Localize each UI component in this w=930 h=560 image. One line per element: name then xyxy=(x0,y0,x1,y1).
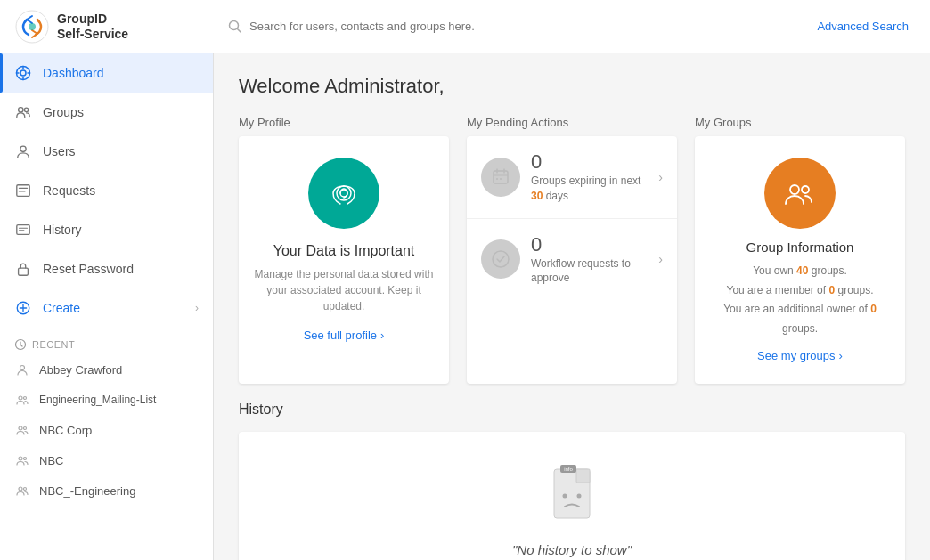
recent-item-label: NBC_-Engineering xyxy=(39,484,135,498)
sidebar-item-label: Groups xyxy=(43,105,84,119)
logo-subtitle: GroupID xyxy=(57,12,128,27)
group-icon xyxy=(14,422,30,438)
users-icon xyxy=(14,142,32,160)
recent-item-label: NBC Corp xyxy=(39,424,92,437)
sidebar-item-label: History xyxy=(43,223,82,237)
svg-text:info: info xyxy=(564,467,573,472)
recent-item-label: NBC xyxy=(39,454,63,467)
recent-item-nbc[interactable]: NBC xyxy=(0,445,213,475)
dashboard-icon xyxy=(14,64,32,82)
expiring-groups-icon xyxy=(481,158,520,197)
groups-avatar xyxy=(764,158,836,229)
svg-point-26 xyxy=(24,397,27,400)
group-icon xyxy=(14,483,30,499)
svg-point-32 xyxy=(24,488,27,491)
profile-card: Your Data is Important Manage the person… xyxy=(239,136,449,384)
my-profile-section-label: My Profile xyxy=(239,116,449,136)
expiring-label: Groups expiring in next 30 days xyxy=(531,174,648,204)
sidebar-item-label: Dashboard xyxy=(43,66,104,80)
sidebar-recent-section: Recent xyxy=(0,328,213,354)
create-icon xyxy=(14,299,32,317)
pending-card: 0 Groups expiring in next 30 days › xyxy=(467,136,677,384)
svg-point-29 xyxy=(19,457,22,460)
svg-point-30 xyxy=(24,458,27,460)
no-history-icon: info xyxy=(541,460,603,532)
chevron-right-icon: › xyxy=(658,170,663,184)
recent-item-abbey-crawford[interactable]: Abbey Crawford xyxy=(0,354,213,385)
sidebar-item-users[interactable]: Users xyxy=(0,132,213,171)
sidebar-item-label: Users xyxy=(43,144,76,158)
svg-point-49 xyxy=(577,494,582,499)
sidebar-item-label: Reset Password xyxy=(43,262,134,276)
advanced-search-link[interactable]: Advanced Search xyxy=(795,20,930,33)
my-pending-section-label: My Pending Actions xyxy=(467,116,677,136)
topbar: GroupID Self-Service Advanced Search xyxy=(0,0,930,53)
svg-point-1 xyxy=(29,23,36,30)
chevron-right-icon: › xyxy=(195,302,199,314)
expiring-count: 0 xyxy=(531,150,648,174)
no-history-title: "No history to show" xyxy=(512,542,632,557)
recent-item-label: Abbey Crawford xyxy=(39,363,122,377)
recent-item-engineering[interactable]: Engineering_Mailing-List xyxy=(0,385,213,415)
svg-point-24 xyxy=(20,366,25,370)
svg-rect-45 xyxy=(576,469,590,483)
profile-card-title: Your Data is Important xyxy=(273,243,415,259)
group-icon xyxy=(14,452,30,468)
sidebar-item-groups[interactable]: Groups xyxy=(0,93,213,132)
svg-point-42 xyxy=(790,185,799,194)
svg-point-31 xyxy=(19,487,22,491)
svg-point-27 xyxy=(19,426,22,430)
group-icon xyxy=(14,392,30,408)
logo-area: GroupID Self-Service xyxy=(0,9,214,45)
pending-item-expiring: 0 Groups expiring in next 30 days › xyxy=(467,136,677,219)
groups-info: You own 40 groups. You are a member of 0… xyxy=(709,262,891,338)
sidebar-item-dashboard[interactable]: Dashboard xyxy=(0,53,213,93)
logo-icon xyxy=(14,9,50,45)
recent-item-label: Engineering_Mailing-List xyxy=(39,394,156,406)
my-groups-section-label: My Groups xyxy=(695,116,905,136)
requests-icon xyxy=(14,182,32,199)
svg-point-25 xyxy=(19,396,22,400)
pending-item-workflow: 0 Workflow requests to approve › xyxy=(467,219,677,301)
sidebar-item-reset-password[interactable]: Reset Password xyxy=(0,249,213,288)
workflow-label: Workflow requests to approve xyxy=(531,256,648,287)
search-area xyxy=(214,0,795,53)
main-content: Welcome Administrator, My Profile xyxy=(214,53,930,560)
recent-item-nbc-engineering[interactable]: NBC_-Engineering xyxy=(0,475,213,506)
history-icon xyxy=(14,221,32,239)
svg-point-40 xyxy=(500,178,502,180)
main-layout: Dashboard Groups Users xyxy=(0,53,930,560)
workflow-icon xyxy=(481,239,520,279)
svg-point-10 xyxy=(19,108,23,112)
svg-rect-16 xyxy=(17,225,29,235)
svg-point-41 xyxy=(493,251,509,267)
recent-item-nbc-corp[interactable]: NBC Corp xyxy=(0,415,213,445)
sidebar-item-create[interactable]: Create › xyxy=(0,288,213,328)
logo-text: GroupID Self-Service xyxy=(57,12,128,42)
chevron-right-icon: › xyxy=(658,252,663,266)
recent-icon xyxy=(14,338,27,351)
welcome-title: Welcome Administrator, xyxy=(239,75,905,98)
user-icon xyxy=(14,361,30,377)
sidebar-item-requests[interactable]: Requests xyxy=(0,171,213,210)
sidebar-item-history[interactable]: History xyxy=(0,210,213,249)
search-input[interactable] xyxy=(249,20,780,33)
reset-password-icon xyxy=(14,260,32,278)
profile-card-desc: Manage the personal data stored with you… xyxy=(253,266,435,314)
see-my-groups-link[interactable]: See my groups › xyxy=(757,349,843,362)
svg-rect-19 xyxy=(19,268,29,275)
logo-title: Self-Service xyxy=(57,27,128,42)
groups-icon xyxy=(14,103,32,121)
svg-point-39 xyxy=(496,178,498,180)
history-empty-card: info "No history to show" "Make working … xyxy=(239,432,905,560)
svg-line-3 xyxy=(238,28,241,32)
svg-point-12 xyxy=(20,146,26,151)
groups-card: Group Information You own 40 groups. You… xyxy=(695,136,905,384)
svg-point-11 xyxy=(24,108,29,112)
chevron-right-icon: › xyxy=(380,329,384,342)
svg-point-43 xyxy=(802,186,809,193)
sidebar: Dashboard Groups Users xyxy=(0,53,214,560)
svg-point-5 xyxy=(20,70,26,76)
see-full-profile-link[interactable]: See full profile › xyxy=(304,329,385,342)
svg-rect-35 xyxy=(494,171,508,183)
